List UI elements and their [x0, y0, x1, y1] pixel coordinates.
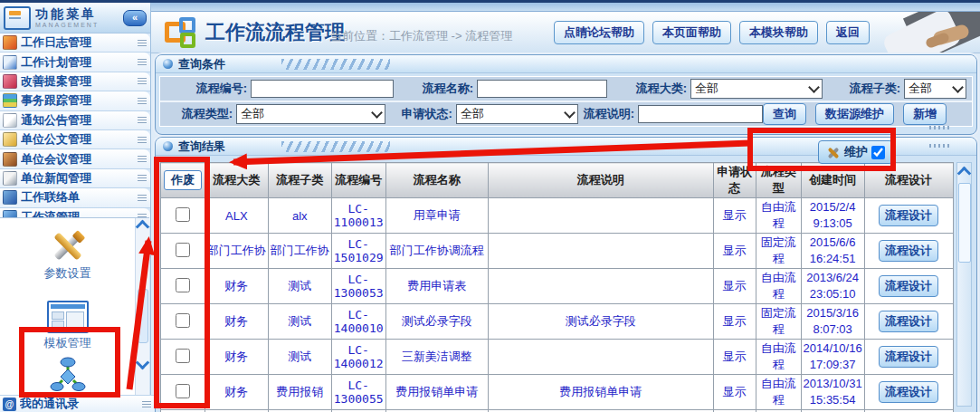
flowchart-icon [50, 357, 86, 391]
sidebar-item-document[interactable]: 单位公文管理 [0, 130, 150, 149]
cell-description: 测试必录字段 [488, 304, 713, 340]
cell-created: 2013/10/31 15:35:54 [801, 375, 864, 410]
scroll-up-icon[interactable] [136, 220, 150, 235]
category-select[interactable]: 全部 [690, 79, 823, 99]
maintain-button[interactable]: 维护 [818, 140, 893, 164]
sidebar-item-news[interactable]: 单位新闻管理 [0, 169, 150, 188]
module-icon [164, 16, 196, 49]
void-checkbox[interactable] [176, 349, 190, 363]
process-no-input[interactable] [251, 80, 394, 98]
cell-subcategory: 测试 [268, 269, 331, 304]
chevron-down-icon [808, 81, 820, 93]
process-name-input[interactable] [477, 80, 607, 98]
sidebar-item-notice[interactable]: 通知公告管理 [0, 111, 150, 130]
back-button[interactable]: 返回 [826, 21, 870, 44]
tools-icon [50, 229, 86, 263]
grip-icon [136, 137, 147, 143]
sidebar-item-meeting[interactable]: 单位会议管理 [0, 149, 150, 168]
sidebar-item-contact[interactable]: 工作联络单 [0, 188, 150, 207]
process-design-button[interactable]: 流程设计 [879, 311, 938, 332]
desc-input[interactable] [638, 105, 763, 123]
column-design: 流程设计 [864, 163, 953, 198]
query-results-panel: 查询结果 维护 作废 流程大类 [155, 137, 977, 412]
sidebar-item-journal[interactable]: 工作日志管理 [0, 34, 150, 53]
column-status: 申请状态 [713, 163, 756, 198]
tools-icon [826, 146, 841, 159]
top-border [0, 0, 980, 3]
cell-name: 用章申请 [385, 198, 488, 234]
cell-code: LC-1400012 [331, 340, 385, 375]
datasource-maintain-button[interactable]: 数据源维护 [815, 103, 894, 125]
journal-icon [3, 35, 17, 50]
cell-type: 固定流程 [756, 304, 801, 340]
status-select[interactable]: 全部 [456, 104, 578, 124]
workflow-management-page: 功能菜单 MANAGEMENT « 工作日志管理工作计划管理改善提案管理事务跟踪… [0, 0, 980, 412]
cell-void [161, 304, 205, 340]
sidebar-item-label: 单位公文管理 [21, 131, 132, 148]
void-checkbox[interactable] [176, 313, 190, 328]
sidebar-title: 功能菜单 [35, 7, 123, 20]
submenu-item-params[interactable]: 参数设置 [44, 218, 91, 282]
table-row: 财务费用报销LC-1300055费用报销单申请费用报销单申请显示自由流程2013… [161, 375, 954, 410]
sidebar-item-addressbook[interactable]: @ 我的通讯录 [0, 395, 155, 412]
stripes-decoration [281, 141, 390, 152]
query-panel-title: 查询条件 [178, 56, 225, 72]
cell-void [161, 198, 205, 234]
void-checkbox[interactable] [176, 207, 190, 222]
grip-icon [136, 117, 147, 123]
sidebar-item-tracking[interactable]: 事务跟踪管理 [0, 91, 150, 110]
scrollbar-thumb[interactable] [958, 183, 971, 263]
void-checkbox[interactable] [176, 384, 190, 398]
process-design-button[interactable]: 流程设计 [879, 381, 938, 403]
sidebar-item-proposal[interactable]: 改善提案管理 [0, 72, 150, 91]
void-checkbox[interactable] [176, 243, 190, 257]
cell-void [161, 375, 205, 410]
add-button[interactable]: 新增 [903, 103, 947, 125]
top-band [151, 3, 980, 12]
cell-category: 财务 [205, 304, 268, 340]
scrollbar-thumb[interactable] [138, 289, 148, 343]
sidebar-item-plan[interactable]: 工作计划管理 [0, 53, 150, 72]
process-design-button[interactable]: 流程设计 [879, 240, 938, 262]
table-scrollbar[interactable] [956, 162, 972, 407]
process-design-button[interactable]: 流程设计 [879, 275, 938, 297]
column-code: 流程编号 [331, 163, 385, 198]
scroll-up-icon[interactable] [957, 167, 972, 181]
cell-code: LC-1300053 [331, 269, 385, 304]
process-design-button[interactable]: 流程设计 [879, 346, 938, 368]
cell-status: 显示 [713, 198, 756, 234]
column-void: 作废 [161, 163, 205, 198]
search-button[interactable]: 查询 [763, 103, 806, 125]
forum-help-button[interactable]: 点睛论坛帮助 [554, 21, 644, 44]
subcategory-select[interactable]: 全部 [904, 79, 966, 99]
submenu-item-template[interactable]: 模板管理 [44, 290, 91, 351]
scroll-down-icon[interactable] [136, 356, 150, 370]
sidebar-scrollbar[interactable] [135, 218, 149, 397]
collapse-sidebar-button[interactable]: « [123, 10, 147, 26]
submenu-label: 参数设置 [44, 265, 91, 282]
sidebar-item-label: 事务跟踪管理 [21, 92, 132, 109]
column-name: 流程名称 [385, 163, 488, 198]
cell-type: 自由流程 [756, 375, 801, 410]
void-column-button[interactable]: 作废 [164, 170, 202, 190]
grip-icon [136, 175, 147, 181]
table-row: 财务测试LC-1300053费用申请表显示自由流程2013/6/24 23:05… [161, 269, 954, 304]
module-help-button[interactable]: 本模块帮助 [739, 21, 818, 44]
cell-description [488, 340, 713, 375]
process-name-label: 流程名称: [394, 81, 477, 97]
cell-name: 测试必录字段 [385, 304, 488, 340]
notice-icon [3, 113, 17, 128]
sidebar-item-label: 工作计划管理 [21, 54, 132, 71]
cell-type: 自由流程 [756, 340, 801, 375]
process-design-button[interactable]: 流程设计 [879, 205, 938, 226]
page-help-button[interactable]: 本页面帮助 [652, 21, 731, 44]
type-select[interactable]: 全部 [236, 104, 385, 124]
stripes-decoration [281, 59, 390, 70]
void-checkbox[interactable] [176, 278, 190, 292]
cell-subcategory: 部门工作协 [268, 234, 331, 269]
cell-subcategory: 费用报销 [268, 375, 331, 410]
cell-created: 2015/6/6 16:24:51 [801, 234, 864, 269]
cell-created: 2013/6/24 23:05:10 [801, 269, 864, 304]
maintain-checkbox[interactable] [871, 146, 885, 159]
subcategory-value: 全部 [909, 81, 932, 97]
